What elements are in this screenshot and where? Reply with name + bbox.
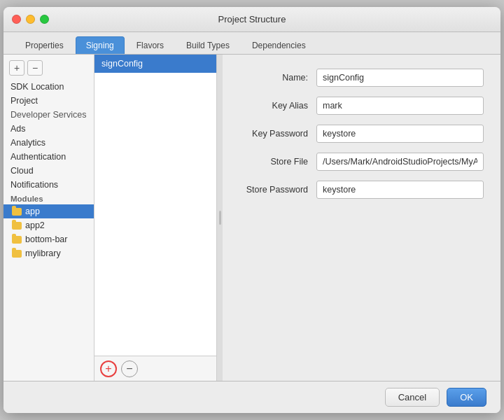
sidebar-item-sdk-location[interactable]: SDK Location [4,80,94,94]
form-row-name: Name: [239,69,484,87]
tab-flavors[interactable]: Flavors [126,36,174,54]
folder-icon-app [12,208,22,216]
sidebar-remove-button[interactable]: − [27,60,43,76]
sidebar-module-bottom-bar-label: bottom-bar [25,234,67,244]
resizer-handle[interactable] [217,55,223,381]
sidebar-section-developer-services: Developer Services [4,108,94,122]
close-button[interactable] [12,15,21,24]
form-label-name: Name: [239,73,316,83]
form-input-key-password[interactable] [316,125,484,143]
form-input-store-file[interactable] [316,153,484,171]
signing-add-button[interactable]: + [100,360,117,377]
tab-signing[interactable]: Signing [76,36,125,54]
signing-list: signConfig [94,55,216,356]
form-input-name[interactable] [316,69,484,87]
sidebar-module-app2-label: app2 [25,220,45,230]
tab-dependencies[interactable]: Dependencies [241,36,316,54]
form-row-store-password: Store Password [239,181,484,199]
sidebar-module-app[interactable]: app [4,204,94,218]
sidebar-module-app2[interactable]: app2 [4,218,94,232]
window-controls [12,15,49,24]
sidebar-item-project[interactable]: Project [4,94,94,108]
form-input-store-password[interactable] [316,181,484,199]
sidebar-module-bottom-bar[interactable]: bottom-bar [4,232,94,246]
sidebar-module-app-label: app [25,206,40,216]
sidebar-item-authentication[interactable]: Authentication [4,150,94,164]
sidebar-toolbar: + − [4,59,94,80]
form-row-store-file: Store File [239,153,484,171]
dialog-footer: Cancel OK [4,381,500,413]
form-label-store-password: Store Password [239,185,316,195]
cancel-button[interactable]: Cancel [385,388,440,407]
form-row-key-password: Key Password [239,125,484,143]
sidebar: + − SDK Location Project Developer Servi… [4,55,94,381]
folder-icon-mylibrary [12,250,22,258]
main-content: + − SDK Location Project Developer Servi… [4,55,500,381]
tab-build-types[interactable]: Build Types [176,36,240,54]
signing-list-panel: signConfig + − [94,55,217,381]
form-label-store-file: Store File [239,157,316,167]
signing-remove-button[interactable]: − [121,360,138,377]
sidebar-module-mylibrary-label: mylibrary [25,248,61,258]
titlebar: Project Structure [4,7,500,32]
project-structure-window: Project Structure Properties Signing Fla… [4,7,500,413]
sidebar-item-ads[interactable]: Ads [4,122,94,136]
maximize-button[interactable] [40,15,49,24]
resizer-dot [219,211,221,225]
minimize-button[interactable] [26,15,35,24]
form-label-key-password: Key Password [239,129,316,139]
tab-properties[interactable]: Properties [15,36,74,54]
sidebar-module-mylibrary[interactable]: mylibrary [4,246,94,260]
form-label-key-alias: Key Alias [239,101,316,111]
signing-list-footer: + − [94,356,216,381]
sidebar-item-analytics[interactable]: Analytics [4,136,94,150]
sidebar-item-cloud[interactable]: Cloud [4,164,94,178]
folder-icon-bottom-bar [12,236,22,244]
form-row-key-alias: Key Alias [239,97,484,115]
sidebar-modules-label: Modules [4,192,94,204]
form-panel: Name: Key Alias Key Password Store File … [223,55,500,381]
tabs-row: Properties Signing Flavors Build Types D… [4,32,500,55]
sidebar-item-notifications[interactable]: Notifications [4,178,94,192]
ok-button[interactable]: OK [447,388,486,407]
folder-icon-app2 [12,222,22,230]
window-title: Project Structure [218,14,286,24]
signing-config-item[interactable]: signConfig [94,55,216,73]
form-input-key-alias[interactable] [316,97,484,115]
sidebar-add-button[interactable]: + [9,60,24,76]
